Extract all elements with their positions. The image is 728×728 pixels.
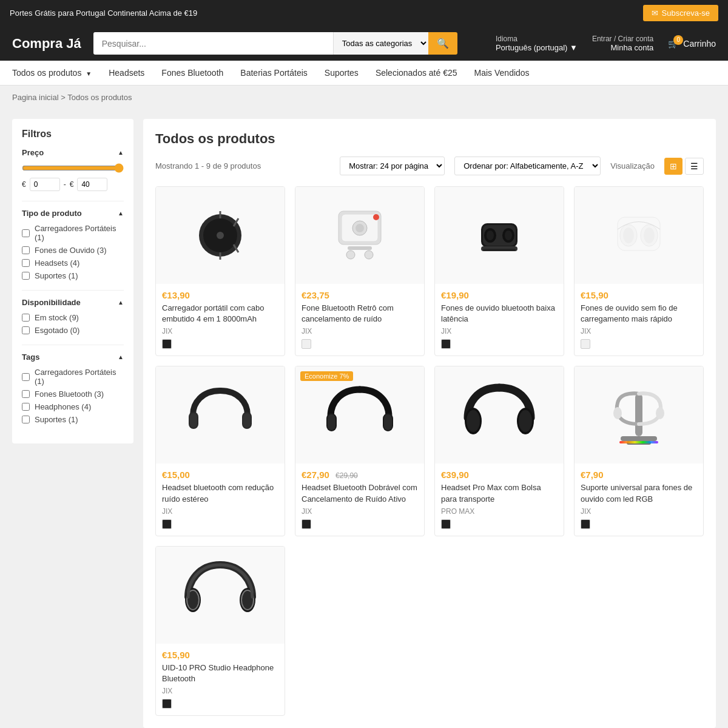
product-brand-4: JIX bbox=[581, 327, 697, 335]
account-bottom[interactable]: Minha conta bbox=[592, 43, 653, 52]
checkbox-esgotado[interactable] bbox=[22, 326, 30, 334]
product-card-5[interactable]: €15,00 Headset bluetooth com redução ruí… bbox=[155, 366, 285, 536]
checkbox-suportes-type[interactable] bbox=[22, 272, 30, 280]
price-slider[interactable] bbox=[22, 163, 124, 173]
breadcrumb-home[interactable]: Pagina inicial bbox=[12, 93, 59, 102]
label-fones-ouvido[interactable]: Fones de Ouvido (3) bbox=[35, 246, 107, 255]
tags-filter-header[interactable]: Tags ▲ bbox=[22, 352, 124, 362]
product-image-8 bbox=[575, 366, 703, 463]
view-toggle: ⊞ ☰ bbox=[664, 158, 704, 175]
product-card-9[interactable]: €15,90 UID-10 PRO Studio Headphone Bluet… bbox=[155, 546, 285, 716]
product-img-svg-7 bbox=[463, 379, 536, 451]
breadcrumb: Pagina inicial > Todos os produtos bbox=[0, 86, 728, 109]
product-card-6[interactable]: Economize 7% €27,90 €29,90 Headset Blu bbox=[295, 366, 425, 536]
label-tag-headphones[interactable]: Headphones (4) bbox=[35, 402, 91, 411]
product-price-7: €39,90 bbox=[441, 470, 558, 480]
product-price-5: €15,00 bbox=[162, 470, 278, 480]
language-selector[interactable]: Idioma Português (portugal) ▼ bbox=[496, 35, 578, 52]
availability-filter-header[interactable]: Disponibilidade ▲ bbox=[22, 298, 124, 307]
svg-rect-34 bbox=[328, 414, 335, 430]
price-max-input[interactable] bbox=[77, 178, 107, 191]
price-min-input[interactable] bbox=[30, 178, 60, 191]
product-type-arrow: ▲ bbox=[118, 210, 124, 217]
label-headsets[interactable]: Headsets (4) bbox=[35, 258, 79, 268]
product-name-2: Fone Bluetooth Retrô com cancelamento de… bbox=[302, 303, 418, 325]
svg-point-45 bbox=[656, 407, 664, 419]
product-brand-8: JIX bbox=[581, 507, 697, 516]
banner-text: Portes Grátis para Portugal Continental … bbox=[10, 8, 197, 18]
checkbox-headsets[interactable] bbox=[22, 259, 30, 267]
nav-selecionados[interactable]: Selecionados até €25 bbox=[376, 61, 457, 85]
product-name-8: Suporte universal para fones de ouvido c… bbox=[581, 482, 697, 504]
svg-rect-42 bbox=[619, 441, 658, 443]
product-card-3[interactable]: €19,90 Fones de ouvido bluetooth baixa l… bbox=[434, 186, 564, 356]
product-card-8[interactable]: €7,90 Suporte universal para fones de ou… bbox=[574, 366, 704, 536]
checkbox-tag-headphones[interactable] bbox=[22, 403, 30, 411]
nav-baterias[interactable]: Baterias Portáteis bbox=[240, 61, 308, 85]
label-em-stock[interactable]: Em stock (9) bbox=[35, 313, 79, 322]
label-suportes-type[interactable]: Suportes (1) bbox=[35, 271, 78, 280]
product-info-5: €15,00 Headset bluetooth com redução ruí… bbox=[156, 463, 285, 535]
grid-view-button[interactable]: ⊞ bbox=[664, 158, 682, 175]
filter-suportes-type: Suportes (1) bbox=[22, 271, 124, 280]
product-price-1: €13,90 bbox=[162, 290, 278, 300]
filter-tag-fones-bt: Fones Bluetooth (3) bbox=[22, 389, 124, 399]
product-info-3: €19,90 Fones de ouvido bluetooth baixa l… bbox=[435, 284, 564, 356]
color-swatch-5 bbox=[162, 519, 172, 529]
cart-section[interactable]: 🛒 0 Carrinho bbox=[668, 39, 716, 49]
header: Compra Já Todas as categorias 🔍 Idioma P… bbox=[0, 26, 728, 61]
nav-all-products[interactable]: Todos os produtos ▼ bbox=[12, 61, 92, 85]
svg-rect-40 bbox=[621, 436, 657, 441]
per-page-select[interactable]: Mostrar: 24 por página bbox=[340, 157, 445, 175]
product-info-4: €15,90 Fones de ouvido sem fio de carreg… bbox=[575, 284, 703, 356]
checkbox-fones-ouvido[interactable] bbox=[22, 246, 30, 254]
product-image-4 bbox=[575, 187, 703, 284]
sort-select[interactable]: Ordenar por: Alfabeticamente, A-Z bbox=[454, 157, 601, 175]
product-price-2: €23,75 bbox=[302, 290, 418, 300]
list-view-button[interactable]: ☰ bbox=[685, 158, 704, 175]
color-swatch-2 bbox=[302, 339, 311, 349]
product-card-4[interactable]: €15,90 Fones de ouvido sem fio de carreg… bbox=[574, 186, 704, 356]
product-info-8: €7,90 Suporte universal para fones de ou… bbox=[575, 463, 703, 535]
subscribe-button[interactable]: ✉ Subscreva-se bbox=[643, 5, 718, 21]
color-swatch-8 bbox=[581, 519, 590, 529]
checkbox-tag-suportes[interactable] bbox=[22, 416, 30, 423]
product-price-3: €19,90 bbox=[441, 290, 558, 300]
price-range-separator: - bbox=[64, 180, 66, 189]
account-top[interactable]: Entrar / Criar conta bbox=[592, 35, 653, 43]
showing-text: Mostrando 1 - 9 de 9 produtos bbox=[155, 161, 330, 170]
svg-point-10 bbox=[356, 224, 364, 232]
product-type-filter-header[interactable]: Tipo de produto ▲ bbox=[22, 209, 124, 218]
product-image-1 bbox=[156, 187, 285, 284]
price-filter-header[interactable]: Preço ▲ bbox=[22, 148, 124, 157]
availability-arrow: ▲ bbox=[118, 299, 124, 306]
product-img-svg-8 bbox=[608, 376, 669, 454]
label-tag-fones-bt[interactable]: Fones Bluetooth (3) bbox=[35, 389, 104, 399]
svg-point-6 bbox=[217, 232, 224, 239]
nav-fones-bluetooth[interactable]: Fones Bluetooth bbox=[161, 61, 223, 85]
product-card-7[interactable]: €39,90 Headset Pro Max com Bolsa para tr… bbox=[434, 366, 564, 536]
logo[interactable]: Compra Já bbox=[12, 36, 81, 52]
category-select[interactable]: Todas as categorias bbox=[333, 32, 428, 55]
search-input[interactable] bbox=[93, 32, 333, 55]
label-esgotado[interactable]: Esgotado (0) bbox=[35, 326, 79, 335]
nav-headsets[interactable]: Headsets bbox=[109, 61, 144, 85]
svg-point-20 bbox=[505, 231, 512, 240]
nav-mais-vendidos[interactable]: Mais Vendidos bbox=[474, 61, 530, 85]
navigation: Todos os produtos ▼ Headsets Fones Bluet… bbox=[0, 61, 728, 86]
product-brand-6: JIX bbox=[302, 507, 418, 516]
product-brand-5: JIX bbox=[162, 507, 278, 516]
checkbox-em-stock[interactable] bbox=[22, 314, 30, 322]
label-carregadores[interactable]: Carregadores Portáteis (1) bbox=[35, 224, 124, 242]
checkbox-tag-fones-bt[interactable] bbox=[22, 390, 30, 398]
filter-price: Preço ▲ € - € bbox=[22, 148, 124, 191]
product-card-1[interactable]: €13,90 Carregador portátil com cabo embu… bbox=[155, 186, 285, 356]
search-button[interactable]: 🔍 bbox=[428, 32, 457, 55]
checkbox-tag-carregadores[interactable] bbox=[22, 373, 30, 381]
checkbox-carregadores[interactable] bbox=[22, 229, 30, 237]
label-tag-carregadores[interactable]: Carregadores Portáteis (1) bbox=[35, 368, 124, 386]
nav-suportes[interactable]: Suportes bbox=[325, 61, 359, 85]
product-name-9: UID-10 PRO Studio Headphone Bluetooth bbox=[162, 662, 278, 684]
product-card-2[interactable]: €23,75 Fone Bluetooth Retrô com cancelam… bbox=[295, 186, 425, 356]
label-tag-suportes[interactable]: Suportes (1) bbox=[35, 415, 78, 424]
